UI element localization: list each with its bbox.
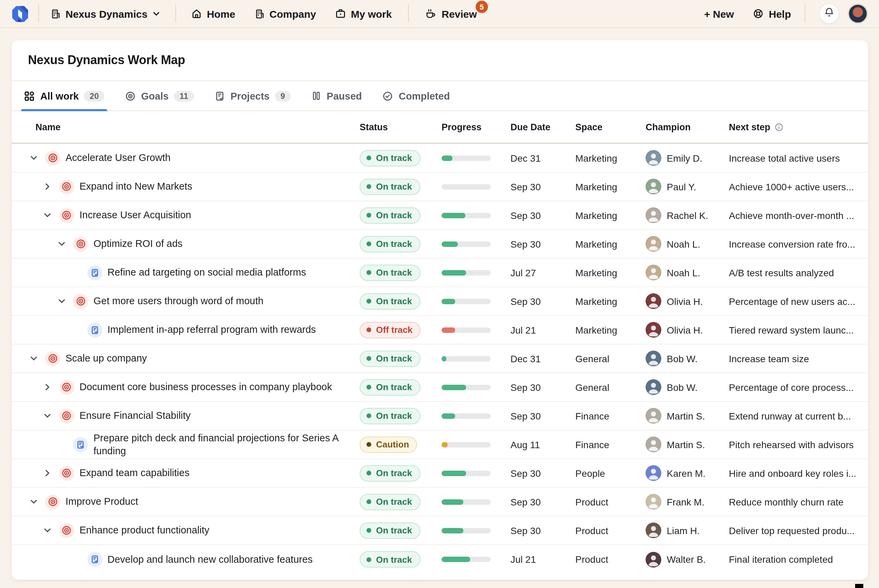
notifications-button[interactable] — [819, 3, 839, 24]
champion-cell: Rachel K. — [646, 207, 729, 223]
goal-row[interactable]: Document core business processes in comp… — [12, 373, 868, 402]
champion-cell: Emily D. — [646, 150, 729, 166]
status-badge[interactable]: On track — [360, 178, 421, 195]
project-row[interactable]: Implement in-app referral program with r… — [12, 316, 868, 345]
chevron-right-icon[interactable] — [41, 180, 54, 193]
status-label: Off track — [376, 325, 413, 335]
item-name[interactable]: Expand into New Markets — [80, 180, 192, 193]
item-name[interactable]: Enhance product functionality — [80, 524, 209, 537]
chevron-down-icon[interactable] — [27, 352, 40, 364]
item-name[interactable]: Improve Product — [66, 495, 138, 508]
next-step-cell: Pitch rehearsed with advisors — [729, 439, 868, 450]
tab-paused[interactable]: Paused — [310, 81, 363, 111]
item-name[interactable]: Document core business processes in comp… — [80, 381, 332, 394]
status-badge[interactable]: On track — [360, 522, 421, 538]
item-name[interactable]: Optimize ROI of ads — [93, 237, 183, 250]
chevron-down-icon[interactable] — [41, 524, 54, 537]
status-badge[interactable]: On track — [360, 465, 421, 481]
goal-row[interactable]: Accelerate User GrowthOn trackDec 31Mark… — [12, 144, 868, 172]
org-logo-icon[interactable] — [11, 4, 29, 23]
nav-my-work-label: My work — [351, 8, 392, 20]
chevron-right-icon[interactable] — [41, 381, 54, 393]
help-button[interactable]: Help — [753, 8, 791, 20]
tab-count: 20 — [84, 90, 104, 101]
champion-name: Olivia H. — [667, 324, 703, 335]
status-badge[interactable]: On track — [360, 350, 421, 367]
progress-fill — [442, 528, 464, 533]
new-button[interactable]: + New — [704, 8, 734, 20]
item-name[interactable]: Prepare pitch deck and financial project… — [93, 432, 360, 457]
goal-row[interactable]: Optimize ROI of adsOn trackSep 30Marketi… — [12, 230, 868, 258]
status-badge[interactable]: On track — [360, 150, 421, 166]
status-badge[interactable]: Caution — [360, 436, 417, 453]
status-badge[interactable]: On track — [360, 494, 421, 510]
next-step-cell: Percentage of core process... — [729, 382, 868, 393]
status-badge[interactable]: On track — [360, 207, 421, 224]
tab-projects[interactable]: Projects 9 — [213, 81, 292, 111]
goal-target-icon — [59, 465, 74, 481]
project-row[interactable]: Develop and launch new collaborative fea… — [12, 545, 868, 574]
chevron-down-icon[interactable] — [55, 238, 68, 250]
status-badge[interactable]: On track — [360, 379, 421, 395]
nav-review[interactable]: Review 5 — [425, 8, 477, 20]
item-name[interactable]: Increase User Acquisition — [80, 209, 191, 222]
chevron-down-icon[interactable] — [41, 410, 54, 422]
column-next-step-label: Next step — [729, 122, 771, 132]
chevron-down-icon[interactable] — [27, 152, 40, 164]
clipboard-check-icon — [214, 90, 225, 101]
chevron-down-icon[interactable] — [41, 209, 54, 221]
goal-row[interactable]: Expand team capabilitiesOn trackSep 30Pe… — [12, 459, 868, 488]
goal-row[interactable]: Increase User AcquisitionOn trackSep 30M… — [12, 201, 868, 230]
project-row[interactable]: Prepare pitch deck and financial project… — [12, 430, 868, 459]
project-clipboard-icon — [87, 322, 102, 338]
goal-row[interactable]: Get more users through word of mouthOn t… — [12, 287, 868, 316]
table-header: Name Status Progress Due Date Space Cham… — [12, 111, 868, 144]
tab-goals[interactable]: Goals 11 — [123, 81, 195, 111]
status-dot-icon — [367, 184, 371, 189]
chevron-down-icon — [152, 9, 160, 18]
item-name[interactable]: Develop and launch new collaborative fea… — [108, 553, 313, 566]
progress-bar — [442, 270, 491, 275]
item-name[interactable]: Implement in-app referral program with r… — [108, 323, 316, 336]
status-badge[interactable]: On track — [360, 551, 421, 567]
status-badge[interactable]: On track — [360, 264, 421, 281]
nav-company[interactable]: Company — [255, 8, 316, 20]
item-name[interactable]: Accelerate User Growth — [66, 152, 171, 164]
champion-cell: Olivia H. — [646, 322, 729, 338]
project-row[interactable]: Refine ad targeting on social media plat… — [12, 258, 868, 287]
status-cell: On track — [360, 494, 442, 510]
progress-bar — [442, 442, 491, 447]
goal-row[interactable]: Scale up companyOn trackDec 31GeneralBob… — [12, 345, 868, 373]
status-badge[interactable]: On track — [360, 293, 421, 309]
name-cell: Enhance product functionality — [12, 523, 360, 538]
nav-home[interactable]: Home — [191, 8, 235, 20]
goal-target-icon — [59, 408, 74, 423]
status-label: On track — [376, 382, 412, 392]
goal-row[interactable]: Expand into New MarketsOn trackSep 30Mar… — [12, 172, 868, 201]
item-name[interactable]: Expand team capabilities — [80, 466, 189, 480]
item-name[interactable]: Scale up company — [66, 352, 147, 365]
user-avatar[interactable] — [847, 3, 868, 24]
info-icon[interactable] — [775, 123, 783, 131]
tab-completed[interactable]: Completed — [381, 81, 451, 111]
status-cell: On track — [360, 293, 442, 309]
name-cell: Expand into New Markets — [12, 179, 360, 194]
progress-fill — [442, 213, 465, 218]
status-badge[interactable]: Off track — [360, 322, 421, 338]
champion-name: Bob W. — [667, 382, 697, 393]
nav-my-work[interactable]: My work — [335, 8, 392, 20]
status-badge[interactable]: On track — [360, 236, 421, 252]
item-name[interactable]: Get more users through word of mouth — [93, 295, 263, 308]
item-name[interactable]: Refine ad targeting on social media plat… — [108, 266, 306, 279]
goal-row[interactable]: Enhance product functionalityOn trackSep… — [12, 516, 868, 545]
goal-row[interactable]: Ensure Financial StabilityOn trackSep 30… — [12, 402, 868, 430]
status-cell: On track — [360, 379, 442, 395]
goal-row[interactable]: Improve ProductOn trackSep 30ProductFran… — [12, 488, 868, 516]
chevron-right-icon[interactable] — [41, 467, 54, 479]
org-switcher[interactable]: Nexus Dynamics — [51, 8, 160, 20]
tab-all-work[interactable]: All work 20 — [23, 81, 106, 111]
chevron-down-icon[interactable] — [27, 496, 40, 508]
chevron-down-icon[interactable] — [55, 295, 68, 307]
status-badge[interactable]: On track — [360, 408, 421, 424]
item-name[interactable]: Ensure Financial Stability — [80, 409, 191, 422]
